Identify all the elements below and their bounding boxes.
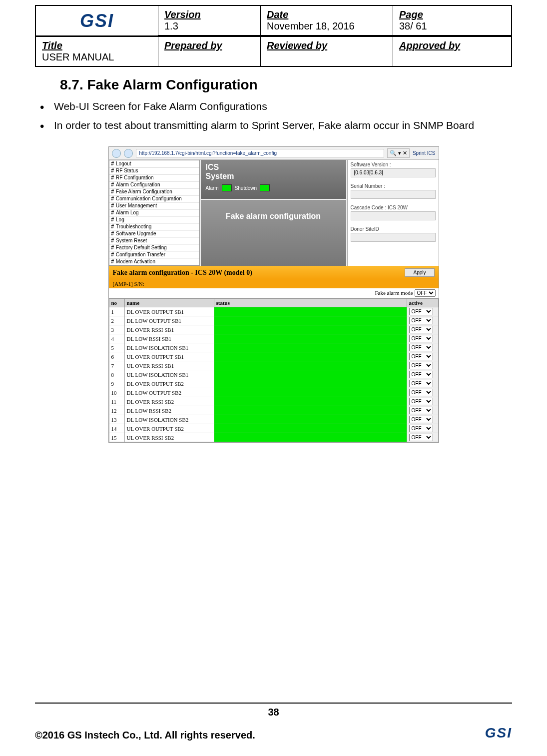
sidebar-item-configuration-transfer[interactable]: #Configuration Transfer: [109, 251, 199, 258]
sidebar-item-log[interactable]: #Log: [109, 216, 199, 223]
active-select[interactable]: OFF: [409, 416, 433, 423]
active-select[interactable]: OFF: [409, 380, 433, 387]
alarm-status-indicator: [214, 415, 407, 424]
alarm-no: 12: [109, 406, 124, 415]
alarm-active-cell: OFF: [407, 370, 438, 379]
active-select[interactable]: OFF: [409, 353, 433, 360]
alarm-status-indicator: [214, 388, 407, 397]
hash-icon: #: [111, 175, 114, 180]
alarm-no: 5: [109, 343, 124, 352]
forward-icon[interactable]: [124, 149, 133, 158]
url-field[interactable]: http://192.168.1.7/cgi-bin/html.cgi?func…: [136, 149, 384, 157]
active-select[interactable]: OFF: [409, 371, 433, 378]
alarm-label: Alarm: [206, 185, 219, 191]
hash-icon: #: [111, 182, 114, 187]
sidebar-item-label: Logout: [116, 161, 131, 166]
sidebar-item-logout[interactable]: #Logout: [109, 160, 199, 167]
sidebar-item-factory-default-setting[interactable]: #Factory Default Setting: [109, 244, 199, 251]
alarm-no: 4: [109, 334, 124, 343]
table-row: 3DL OVER RSSI SB1OFF: [109, 325, 438, 334]
back-icon[interactable]: [112, 149, 121, 158]
amp-sn-row: [AMP-1] S/N:: [109, 279, 439, 288]
sidebar-item-alarm-configuration[interactable]: #Alarm Configuration: [109, 181, 199, 188]
alarm-active-cell: OFF: [407, 415, 438, 424]
active-select[interactable]: OFF: [409, 335, 433, 342]
gsi-logo: GSI: [80, 10, 114, 31]
alarm-active-cell: OFF: [407, 433, 438, 442]
software-version-label: Software Version :: [351, 162, 436, 167]
active-select[interactable]: OFF: [409, 308, 433, 315]
sidebar-item-fake-alarm-configuration[interactable]: #Fake Alarm Configuration: [109, 188, 199, 195]
page-label: Page: [399, 9, 505, 20]
sidebar-item-label: Modem Activation: [116, 259, 155, 264]
th-active: active: [407, 299, 438, 307]
table-row: 4DL LOW RSSI SB1OFF: [109, 334, 438, 343]
title-value: USER MANUAL: [42, 51, 152, 63]
active-select[interactable]: OFF: [409, 344, 433, 351]
sidebar-item-modem-activation[interactable]: #Modem Activation: [109, 258, 199, 265]
shutdown-label: Shutdown: [235, 185, 257, 191]
fake-alarm-panel-title: Fake alarm configuration: [201, 200, 346, 266]
nav-sidebar: #Logout#RF Status#RF Configuration#Alarm…: [109, 160, 200, 266]
sidebar-item-software-upgrade[interactable]: #Software Upgrade: [109, 230, 199, 237]
active-select[interactable]: OFF: [409, 434, 433, 441]
doc-header-table: GSI Version 1.3 Date November 18, 2016 P…: [35, 5, 512, 36]
approved-by-label: Approved by: [399, 40, 505, 51]
footer-gsi-logo: GSI: [485, 725, 512, 741]
sidebar-item-system-reset[interactable]: #System Reset: [109, 237, 199, 244]
sidebar-item-user-management[interactable]: #User Management: [109, 202, 199, 209]
sidebar-item-communication-configuration[interactable]: #Communication Configuration: [109, 195, 199, 202]
active-select[interactable]: OFF: [409, 317, 433, 324]
version-value: 1.3: [164, 20, 254, 32]
alarm-status-indicator: [214, 397, 407, 406]
active-select[interactable]: OFF: [409, 389, 433, 396]
cascade-code-value[interactable]: [351, 211, 436, 220]
sidebar-item-label: System Reset: [116, 238, 147, 243]
sidebar-item-troubleshooting[interactable]: #Troubleshooting: [109, 223, 199, 230]
alarm-name: DL OVER RSSI SB1: [124, 325, 214, 334]
active-select[interactable]: OFF: [409, 398, 433, 405]
alarm-name: DL LOW RSSI SB1: [124, 334, 214, 343]
sidebar-item-rf-status[interactable]: #RF Status: [109, 167, 199, 174]
alarm-no: 7: [109, 361, 124, 370]
th-status: status: [214, 299, 407, 307]
alarm-active-cell: OFF: [407, 361, 438, 370]
alarm-name: UL OVER RSSI SB2: [124, 433, 214, 442]
active-select[interactable]: OFF: [409, 425, 433, 432]
table-row: 14UL OVER OUTPUT SB2OFF: [109, 424, 438, 433]
active-select[interactable]: OFF: [409, 326, 433, 333]
search-box[interactable]: 🔍 ▾ ✕: [387, 148, 410, 158]
alarm-table: no name status active 1DL OVER OUTPUT SB…: [109, 298, 439, 442]
footer-page-number: 38: [35, 707, 512, 718]
alarm-active-cell: OFF: [407, 325, 438, 334]
active-select[interactable]: OFF: [409, 407, 433, 414]
alarm-name: UL LOW ISOLATION SB1: [124, 370, 214, 379]
alarm-name: DL LOW OUTPUT SB1: [124, 316, 214, 325]
alarm-name: UL OVER OUTPUT SB1: [124, 352, 214, 361]
sidebar-item-alarm-log[interactable]: #Alarm Log: [109, 209, 199, 216]
alarm-no: 9: [109, 379, 124, 388]
serial-number-value[interactable]: [351, 190, 436, 199]
active-select[interactable]: OFF: [409, 362, 433, 369]
sidebar-item-label: Alarm Log: [116, 210, 139, 215]
sidebar-item-rf-configuration[interactable]: #RF Configuration: [109, 174, 199, 181]
mode-select[interactable]: OFF: [415, 289, 436, 297]
sidebar-item-label: RF Configuration: [116, 175, 154, 180]
sidebar-item-label: User Management: [116, 203, 157, 208]
alarm-status-indicator: [214, 316, 407, 325]
alarm-active-cell: OFF: [407, 343, 438, 352]
bullet-1: Web-UI Screen for Fake Alarm Configurati…: [40, 100, 512, 112]
apply-button[interactable]: Apply: [405, 268, 434, 277]
alarm-no: 3: [109, 325, 124, 334]
hash-icon: #: [111, 196, 114, 201]
table-row: 1DL OVER OUTPUT SB1OFF: [109, 307, 438, 316]
alarm-status-indicator: [214, 406, 407, 415]
date-label: Date: [267, 9, 387, 20]
table-row: 15UL OVER RSSI SB2OFF: [109, 433, 438, 442]
serial-number-label: Serial Number :: [351, 183, 436, 189]
hash-icon: #: [111, 252, 114, 257]
reviewed-by-label: Reviewed by: [267, 40, 387, 51]
alarm-name: DL LOW OUTPUT SB2: [124, 388, 214, 397]
donor-siteid-value[interactable]: [351, 233, 436, 242]
table-row: 7UL OVER RSSI SB1OFF: [109, 361, 438, 370]
